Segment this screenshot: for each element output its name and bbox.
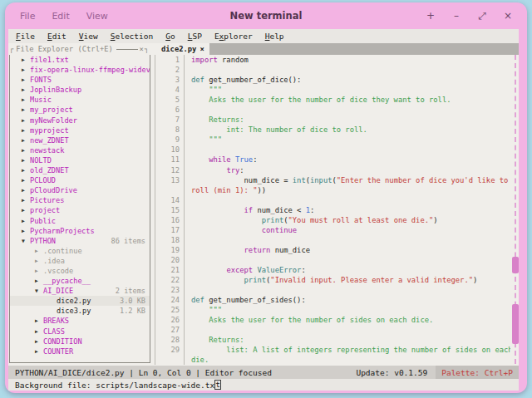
minimize-button[interactable]: – [451,10,462,22]
chevron-right-icon[interactable]: ▶ [22,95,30,105]
code-line[interactable]: 8 int: The number of dice to roll. [155,125,510,135]
menu-go[interactable]: Go [165,32,175,41]
chevron-right-icon[interactable]: ▶ [22,85,30,95]
explorer-item-file1-txt[interactable]: ▶file1.txt [10,55,150,65]
explorer-item-class[interactable]: ▶CLASS [10,327,150,337]
titlebar-menu-view[interactable]: View [86,11,108,22]
chevron-right-icon[interactable]: ▶ [35,316,43,326]
code-line[interactable]: 20 [155,255,510,265]
chevron-down-icon[interactable]: ▼ [22,236,30,246]
code-line[interactable]: 7 Returns: [155,115,510,125]
explorer-item-vscode[interactable]: ▶.vscode [10,266,150,276]
explorer-item-pclouddrive[interactable]: ▶pCloudDrive [10,185,150,195]
explorer-item-pycharmprojects[interactable]: ▶PycharmProjects [10,226,150,236]
explorer-item-condition[interactable]: ▶CONDITION [10,337,150,346]
scrollbar-notch[interactable] [512,257,519,273]
explorer-item-newstack[interactable]: ▶newstack [10,145,150,155]
chevron-right-icon[interactable]: ▶ [35,266,43,276]
explorer-item-fonts[interactable]: ▶FONTS [10,75,150,85]
menu-explorer[interactable]: Explorer [214,32,253,41]
explorer-item-python[interactable]: ▼PYTHON86 items [10,236,150,246]
explorer-item-pcloud[interactable]: ▶PCLOUD [10,175,150,185]
chevron-right-icon[interactable]: ▶ [22,195,30,205]
menu-file[interactable]: File [16,32,35,41]
code-line[interactable]: 15 if num_dice < 1: [155,205,510,215]
chevron-right-icon[interactable]: ▶ [35,337,43,346]
explorer-item-pycache[interactable]: ▶__pycache__ [10,276,150,286]
explorer-item-new-zdnet[interactable]: ▶new_ZDNET [10,135,150,145]
explorer-item-joplinbackup[interactable]: ▶JoplinBackup [10,85,150,95]
code-line[interactable]: 11 while True: [155,155,510,165]
code-line[interactable]: 3def get_number_of_dice(): [155,75,510,85]
chevron-right-icon[interactable]: ▶ [22,216,30,226]
explorer-item-old-zdnet[interactable]: ▶old_ZDNET [10,165,150,175]
code-line[interactable]: 5 Asks the user for the number of dice t… [155,95,510,105]
chevron-right-icon[interactable]: ▶ [22,75,30,85]
scrollbar-thumb[interactable] [512,304,519,344]
tab-dice2-py[interactable]: dice2.py × [156,43,209,55]
code-line[interactable]: 25 """ [155,305,510,315]
code-line[interactable]: 21 except ValueError: [155,265,510,275]
explorer-item-idea[interactable]: ▶.idea [10,256,150,266]
code-line[interactable]: 2 [155,65,510,75]
code-line[interactable]: 10 [155,145,510,155]
code-line[interactable]: 12 try: [155,165,510,175]
explorer-item-dice2-py[interactable]: dice2.py3.0 KB [10,296,150,306]
chevron-right-icon[interactable]: ▶ [22,155,30,165]
titlebar-menu-edit[interactable]: Edit [52,11,69,22]
new-tab-button[interactable]: + [425,10,436,22]
code-line[interactable]: 27 [155,325,510,335]
chevron-down-icon[interactable]: ▼ [35,286,43,296]
chevron-right-icon[interactable]: ▶ [22,135,30,145]
code-line[interactable]: 18 [155,235,510,245]
chevron-right-icon[interactable]: ▶ [22,226,30,236]
explorer-item-music[interactable]: ▶Music [10,95,150,105]
explorer-item-dice3-py[interactable]: dice3.py1.2 KB [10,306,150,316]
titlebar-menu-file[interactable]: File [20,11,35,22]
code-line[interactable]: 6 [155,105,510,115]
chevron-right-icon[interactable]: ▶ [22,185,30,195]
explorer-item-pictures[interactable]: ▶Pictures [10,195,150,205]
chevron-right-icon[interactable]: ▶ [22,205,30,215]
code-line[interactable]: 23 [155,285,510,295]
chevron-right-icon[interactable]: ▶ [22,165,30,175]
explorer-item-myproject[interactable]: ▶myproject [10,125,150,135]
chevron-right-icon[interactable]: ▶ [35,346,43,356]
code-line[interactable]: 1import random [155,55,510,65]
code-line[interactable]: 29 list: A list of integers representing… [155,345,510,355]
explorer-item-continue[interactable]: ▶.continue [10,246,150,256]
code-line[interactable]: 16 print("You must roll at least one die… [155,215,510,225]
chevron-right-icon[interactable]: ▶ [22,105,30,115]
command-line[interactable]: Background file: scripts/landscape-wide.… [8,379,519,391]
chevron-right-icon[interactable]: ▶ [22,55,30,65]
code-line[interactable]: 22 print("Invalid input. Please enter a … [155,275,510,285]
chevron-right-icon[interactable]: ▶ [22,65,30,75]
code-line[interactable]: roll (min 1): ")) [155,185,510,195]
maximize-button[interactable]: ⤢ [476,10,488,22]
tab-close-icon[interactable]: × [200,45,204,53]
chevron-right-icon[interactable]: ▶ [35,246,43,256]
explorer-item-breaks[interactable]: ▶BREAKS [10,316,150,326]
code-line[interactable]: 28 Returns: [155,335,510,345]
explorer-close-icon[interactable]: × [138,45,144,53]
chevron-right-icon[interactable]: ▶ [22,145,30,155]
code-line[interactable]: 13 num_dice = int(input("Enter the numbe… [155,175,510,185]
menu-lsp[interactable]: LSP [188,32,202,41]
close-button[interactable]: × [502,10,514,22]
explorer-item-project[interactable]: ▶project [10,205,150,215]
code-editor[interactable]: 1import random23def get_number_of_dice()… [155,55,510,366]
chevron-right-icon[interactable]: ▶ [35,327,43,337]
explorer-item-my-project[interactable]: ▶my_project [10,105,150,115]
code-line[interactable]: 17 continue [155,225,510,235]
menu-help[interactable]: Help [265,32,284,41]
explorer-item-fix-opera-linux-ffmpeg-widevi[interactable]: ▶fix-opera-linux-ffmpeg-widevi [10,65,150,75]
explorer-item-noltd[interactable]: ▶NOLTD [10,155,150,165]
chevron-right-icon[interactable]: ▶ [35,256,43,266]
code-line[interactable]: 4 """ [155,85,510,95]
code-line[interactable]: die. [155,355,510,365]
code-line[interactable]: 14 [155,195,510,205]
file-explorer-panel[interactable]: ▶file1.txt▶fix-opera-linux-ffmpeg-widevi… [9,55,150,363]
code-line[interactable]: 24def get_number_of_sides(): [155,295,510,305]
menu-view[interactable]: View [79,32,98,41]
menu-selection[interactable]: Selection [111,32,154,41]
